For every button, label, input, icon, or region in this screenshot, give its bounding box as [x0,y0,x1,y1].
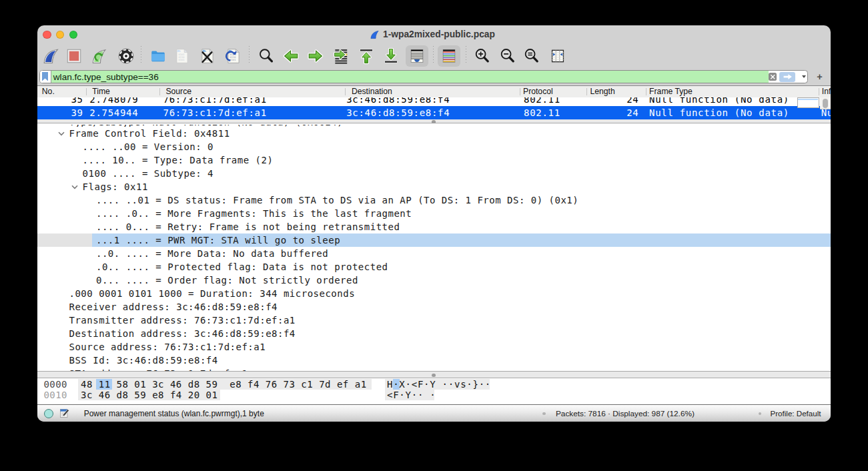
filter-apply-button[interactable] [779,72,795,82]
detail-row[interactable]: ..0. .... = More Data: No data buffered [37,247,831,260]
column-divider[interactable] [520,88,520,95]
detail-row[interactable]: ...1 .... = PWR MGT: STA will go to slee… [37,233,831,247]
detail-hex-splitter[interactable] [37,371,831,379]
hex-bytes: 3c 46 d8 59 e8 f4 20 01 [81,390,218,400]
detail-row[interactable]: 0... .... = Order flag: Not strictly ord… [37,274,831,287]
expert-info-icon[interactable] [44,409,53,418]
zoom-in-button[interactable] [473,47,492,65]
detail-row[interactable]: .0.. .... = Protected flag: Data is not … [37,260,831,274]
packet-detail-pane[interactable]: Type/Subtype: Null function (No data) (0… [37,123,831,370]
column-header-frame-type[interactable]: Frame Type [649,86,693,97]
zoom-out-button[interactable] [498,47,517,65]
detail-row[interactable]: .... ..01 = DS status: Frame from STA to… [37,193,831,207]
minimize-window-button[interactable] [56,31,64,39]
display-filter-input[interactable]: wlan.fc.type_subtype==36 [39,70,809,84]
go-to-packet-button[interactable] [332,47,350,65]
filter-expression-text[interactable]: wlan.fc.type_subtype==36 [53,71,159,83]
colorize-button[interactable] [440,47,458,65]
close-window-button[interactable] [43,31,51,39]
detail-row[interactable]: Receiver address: 3c:46:d8:59:e8:f4 [37,300,831,314]
capture-comment-icon[interactable] [60,408,69,418]
wireshark-fin-icon [42,47,59,65]
column-header-time[interactable]: Time [92,86,110,97]
status-profile[interactable]: Profile: Default [771,405,821,422]
desktop: { "colors": { "accent": "#0a62f1", "filt… [0,0,868,471]
column-divider[interactable] [819,88,819,95]
column-divider[interactable] [345,88,346,95]
hex-row-0000[interactable]: 000048 11 58 01 3c 46 d8 59 e8 f4 76 73 … [37,379,831,390]
column-divider[interactable] [86,88,87,95]
detail-text: .... ..01 = DS status: Frame from STA to… [96,193,578,207]
capture-options-button[interactable] [117,47,135,65]
column-divider[interactable] [159,88,160,95]
start-capture-button[interactable] [41,47,60,65]
colorize-icon [440,47,458,65]
cell-length: 24 [37,106,639,119]
bookmark-icon [42,72,48,81]
detail-row[interactable]: Source address: 76:73:c1:7d:ef:a1 [37,340,831,354]
detail-row[interactable]: .... .0.. = More Fragments: This is the … [37,207,831,220]
detail-selected-indent-bg [37,233,92,247]
stop-capture-button[interactable] [65,47,83,65]
detail-row[interactable]: Frame Control Field: 0x4811 [37,127,831,140]
filter-bar: wlan.fc.type_subtype==36 + [37,69,831,85]
detail-row[interactable]: .000 0001 0101 1000 = Duration: 344 micr… [37,287,831,300]
column-header-protocol[interactable]: Protocol [523,86,553,97]
filter-valid-background [51,71,769,83]
detail-row[interactable]: .... ..00 = Version: 0 [37,140,831,153]
find-packet-button[interactable] [257,47,276,65]
column-header-no-[interactable]: No. [42,86,55,97]
save-file-button[interactable]: 010101100101 [173,47,191,65]
expanded-chevron-icon[interactable] [58,131,65,136]
column-divider[interactable] [646,88,646,95]
detail-row[interactable]: Flags: 0x11 [37,180,831,193]
packet-row-39[interactable]: 392.75494476:73:c1:7d:ef:a13c:46:d8:59:e… [37,106,831,119]
cell-length: 24 [37,97,639,107]
filter-dropdown-chevron-icon[interactable] [802,75,806,78]
auto-scroll-button[interactable] [408,47,426,65]
cell-frame-type: Null function (No data) [649,97,789,107]
packet-bytes-pane[interactable]: 000048 11 58 01 3c 46 d8 59 e8 f4 76 73 … [37,378,831,404]
open-file-button[interactable] [149,47,167,65]
arrow-up-bar-icon [358,47,375,65]
reload-file-button[interactable]: 010101100101 [224,47,243,65]
go-back-button[interactable] [282,47,300,65]
hex-row-0010[interactable]: 00103c 46 d8 59 e8 f4 20 01<F·Y·· · [37,390,831,400]
filter-add-button[interactable]: + [815,69,825,85]
arrow-left-icon [282,47,300,65]
packet-list-scrollbar-thumb[interactable] [823,99,828,108]
packet-row-35[interactable]: 352.74807976:73:c1:7d:ef:a13c:46:d8:59:e… [37,97,831,107]
window-title: 1-wpa2mixed-public.pcap [383,29,495,39]
detail-row[interactable]: 0100 .... = Subtype: 4 [37,167,831,180]
column-divider[interactable] [586,88,587,95]
expanded-chevron-icon[interactable] [71,185,78,189]
go-first-packet-button[interactable] [357,47,376,65]
detail-row[interactable]: Transmitter address: 76:73:c1:7d:ef:a1 [37,314,831,327]
column-header-destination[interactable]: Destination [352,86,392,97]
detail-row[interactable]: Destination address: 3c:46:d8:59:e8:f4 [37,327,831,340]
close-file-button[interactable]: 010101100101 [198,47,217,65]
filter-bookmark-button[interactable] [40,71,52,83]
arrow-right-icon [307,47,324,65]
detail-row[interactable]: .... 0... = Retry: Frame is not being re… [37,220,831,233]
column-header-source[interactable]: Source [165,86,191,97]
list-detail-splitter[interactable] [37,119,831,123]
hex-ascii: H·X·<F·Y ··vs·}·· [387,379,491,390]
toolbar-separator [249,46,250,63]
detail-row[interactable]: BSS Id: 3c:46:d8:59:e8:f4 [37,354,831,367]
packet-list-header[interactable]: No.TimeSourceDestinationProtocolLengthFr… [37,86,831,98]
column-header-info[interactable]: Info [822,86,831,97]
detail-text: ..0. .... = More Data: No data buffered [96,247,328,261]
filter-clear-button[interactable] [769,73,777,81]
detail-row[interactable]: .... 10.. = Type: Data frame (2) [37,153,831,167]
title-bar[interactable]: 1-wpa2mixed-public.pcap [37,25,831,43]
go-forward-button[interactable] [306,47,325,65]
column-header-length[interactable]: Length [590,86,615,97]
restart-capture-button[interactable] [89,47,108,65]
zoom-window-button[interactable] [69,31,77,39]
go-last-packet-button[interactable] [382,47,400,65]
resize-columns-button[interactable] [548,47,567,65]
detail-text: 0... .... = Order flag: Not strictly ord… [96,274,358,288]
packet-list[interactable]: 352.74807976:73:c1:7d:ef:a13c:46:d8:59:e… [37,97,831,119]
zoom-100-button[interactable] [522,47,541,65]
